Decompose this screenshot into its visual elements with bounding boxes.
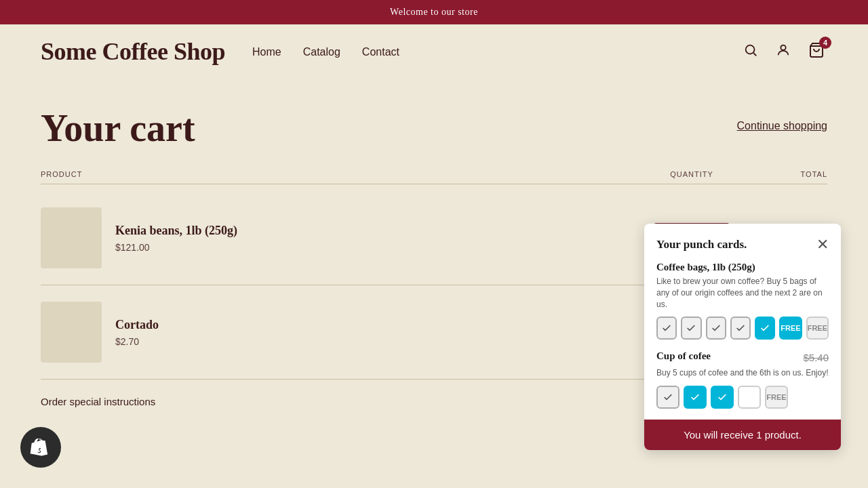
nav-contact[interactable]: Contact [362,46,399,58]
popup-footer-text: You will receive 1 product. [684,429,802,441]
site-header: Some Coffee Shop Home Catalog Contact 4 [0,24,868,79]
product-price: $2.70 [115,336,159,347]
continue-shopping-button[interactable]: Continue shopping [737,120,827,132]
popup-header: Your punch cards. ✕ [656,237,829,252]
punch-card-section-coffee-bags: Coffee bags, 1lb (250g) Like to brew you… [656,262,829,340]
punch-dot-free-empty: FREE [806,317,829,340]
col-header-product: PRODUCT [41,170,637,178]
product-details: Kenia beans, 1lb (250g) $121.00 [115,224,237,253]
col-header-total: TOTAL [746,170,827,178]
punch-dot [681,317,701,340]
popup-close-button[interactable]: ✕ [816,237,829,252]
banner-text: Welcome to our store [390,7,478,17]
popup-footer: You will receive 1 product. [644,420,841,448]
cart-badge: 4 [819,37,831,49]
punch-card-section-name: Cup of cofee [656,350,711,362]
punch-dot [684,386,707,409]
popup-title: Your punch cards. [656,238,747,251]
checkmark-icon [760,323,770,333]
checkmark-icon [711,323,722,333]
punch-card-section-name: Coffee bags, 1lb (250g) [656,262,829,273]
punch-card-popup: Your punch cards. ✕ Coffee bags, 1lb (25… [644,224,841,448]
cart-header: Your cart Continue shopping [41,106,827,150]
punch-dot [711,386,734,409]
checkmark-icon [717,392,728,403]
checkmark-icon [663,392,673,403]
cart-title: Your cart [41,106,195,150]
punch-card-section-desc: Like to brew your own coffee? Buy 5 bags… [656,276,829,310]
nav-home[interactable]: Home [252,46,281,58]
shopify-icon [30,436,52,448]
punch-dot-free: FREE [779,317,802,340]
punch-dots-cup: FREE [656,386,829,409]
search-icon [743,43,758,58]
svg-point-0 [746,45,755,54]
punch-dot [730,317,751,340]
checkmark-icon [735,323,746,333]
punch-dot-empty [738,386,761,409]
punch-card-section-cup: Cup of cofee $5.40 Buy 5 cups of cofee a… [656,350,829,409]
punch-dots-coffee-bags: FREE FREE [656,317,829,340]
account-icon [776,43,791,58]
col-header-quantity: QUANTITY [637,170,746,178]
product-info: Cortado $2.70 [41,302,637,363]
punch-dot-free-empty: FREE [765,386,788,409]
search-button[interactable] [741,40,761,64]
product-thumbnail [41,302,102,363]
cart-button[interactable]: 4 [806,39,827,65]
product-price: $121.00 [115,242,237,253]
product-thumbnail [41,207,102,268]
account-button[interactable] [773,40,793,64]
product-name: Kenia beans, 1lb (250g) [115,224,237,238]
checkmark-icon [661,323,672,333]
punch-card-section-desc: Buy 5 cups of cofee and the 6th is on us… [656,367,829,379]
punch-dot [656,317,677,340]
announcement-banner: Welcome to our store [0,0,868,24]
cart-table-header: PRODUCT QUANTITY TOTAL [41,170,827,184]
nav-catalog[interactable]: Catalog [303,46,340,58]
checkmark-icon [690,392,701,403]
product-name: Cortado [115,318,159,332]
product-info: Kenia beans, 1lb (250g) $121.00 [41,207,637,268]
svg-point-2 [781,45,785,49]
punch-dot [755,317,775,340]
main-nav: Home Catalog Contact [252,46,399,58]
header-left: Some Coffee Shop Home Catalog Contact [41,38,399,66]
header-icons: 4 [741,39,827,65]
cup-price: $5.40 [803,352,829,363]
cup-header: Cup of cofee $5.40 [656,350,829,365]
svg-line-1 [753,53,756,56]
checkmark-icon [686,323,696,333]
site-title: Some Coffee Shop [41,38,225,66]
punch-dot [706,317,726,340]
product-details: Cortado $2.70 [115,318,159,347]
punch-dot [656,386,679,409]
